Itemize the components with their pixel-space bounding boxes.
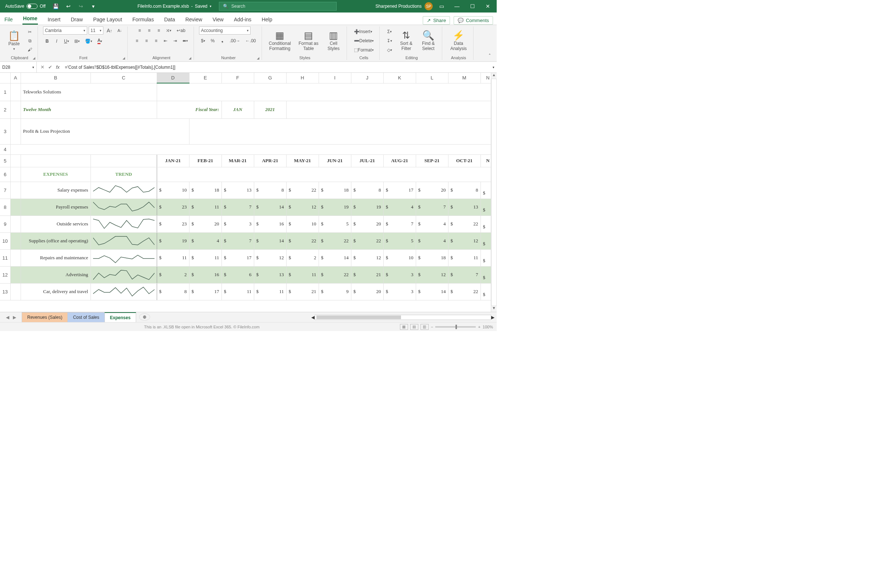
dialog-launcher-icon[interactable]: ◢ [33,56,35,60]
maximize-icon[interactable]: ☐ [466,3,479,9]
zoom-out-icon[interactable]: − [431,325,433,329]
cell[interactable]: $13 [221,182,254,199]
ribbon-display-icon[interactable]: ▭ [435,3,448,9]
cell[interactable]: $20 [351,283,383,300]
search-input[interactable]: 🔍 Search [219,2,336,10]
cell[interactable]: $5 [383,232,416,249]
cell[interactable]: $7 [221,199,254,216]
col-header[interactable]: M [448,73,481,83]
dialog-launcher-icon[interactable]: ◢ [257,56,259,60]
select-all-corner[interactable] [0,73,10,83]
tab-review[interactable]: Review [185,14,203,25]
cell[interactable]: $10 [286,216,318,232]
cell[interactable]: $6 [221,266,254,283]
cell[interactable]: $10 [383,249,416,266]
col-header[interactable]: E [189,73,221,83]
format-cells-button[interactable]: ⬚ Format ▾ [352,46,375,54]
tab-help[interactable]: Help [261,14,273,25]
cell[interactable]: $ [481,249,491,266]
fill-color-button[interactable]: 🪣▾ [83,37,94,45]
cell[interactable]: $ [481,266,491,283]
underline-button[interactable]: U▾ [62,37,71,45]
cell[interactable]: $22 [286,232,318,249]
vertical-scrollbar[interactable]: ▲ ▼ [491,73,497,312]
col-header[interactable]: G [254,73,286,83]
row-header[interactable]: 10 [0,232,10,249]
col-header[interactable]: N [481,73,491,83]
minimize-icon[interactable]: ― [451,3,464,9]
cell[interactable]: $8 [351,182,383,199]
row-header[interactable]: 1 [0,83,10,101]
cell[interactable]: $12 [286,199,318,216]
accounting-format-icon[interactable]: $▾ [199,37,207,45]
col-header[interactable]: K [383,73,416,83]
col-header[interactable]: D [157,73,189,83]
cell[interactable]: $2 [157,266,189,283]
percent-format-icon[interactable]: % [209,37,217,45]
tab-addins[interactable]: Add-ins [233,14,252,25]
tab-page-layout[interactable]: Page Layout [92,14,123,25]
scroll-right-icon[interactable]: ▶ [491,315,494,320]
tab-home[interactable]: Home [23,13,38,25]
cell[interactable]: $3 [383,283,416,300]
bold-button[interactable]: B [43,37,51,45]
cell[interactable]: $9 [318,283,351,300]
cell[interactable]: $18 [189,182,221,199]
italic-button[interactable]: I [53,37,61,45]
cell[interactable]: $22 [448,283,481,300]
increase-indent-icon[interactable]: ⇥ [171,37,179,45]
sort-filter-button[interactable]: ⇅Sort & Filter [397,30,415,51]
document-title[interactable]: FileInfo.com Example.xlsb - Saved ▾ [138,4,212,9]
clear-icon[interactable]: ◇▾ [385,46,394,54]
collapse-ribbon-icon[interactable]: ˄ [486,52,494,60]
cell[interactable]: $21 [351,266,383,283]
cell[interactable]: $3 [221,216,254,232]
sheet-tab-revenues[interactable]: Revenues (Sales) [22,312,68,322]
expand-formula-bar-icon[interactable]: ▾ [490,66,497,69]
increase-font-icon[interactable]: A↑ [105,27,114,34]
row-header[interactable]: 8 [0,199,10,216]
copy-icon[interactable]: ⧉ [26,37,34,45]
cell[interactable]: $ [481,216,491,232]
cell[interactable]: $19 [318,199,351,216]
cell[interactable]: $23 [157,199,189,216]
cell[interactable]: $23 [157,216,189,232]
cell[interactable]: $17 [221,249,254,266]
cell[interactable]: $7 [383,216,416,232]
cell[interactable]: $4 [189,232,221,249]
cell[interactable]: $12 [254,249,286,266]
cell[interactable]: $11 [286,266,318,283]
cell[interactable]: $4 [416,232,448,249]
cell[interactable]: $19 [351,199,383,216]
cell[interactable]: $7 [221,232,254,249]
format-painter-icon[interactable]: 🖌 [26,46,34,54]
scroll-down-icon[interactable]: ▼ [491,306,497,312]
scroll-up-icon[interactable]: ▲ [491,73,497,79]
tab-insert[interactable]: Insert [47,14,61,25]
cell[interactable]: $22 [286,182,318,199]
paste-button[interactable]: 📋 Paste ▾ [5,31,23,51]
page-break-view-icon[interactable]: ▥ [420,324,429,330]
cell[interactable]: $13 [254,266,286,283]
cell[interactable]: $8 [254,182,286,199]
dialog-launcher-icon[interactable]: ◢ [189,56,191,60]
cell[interactable]: $ [481,283,491,300]
enter-formula-icon[interactable]: ✔ [48,64,52,70]
col-header[interactable]: B [21,73,90,83]
normal-view-icon[interactable]: ▦ [400,324,408,330]
cell[interactable]: $14 [416,283,448,300]
decrease-font-icon[interactable]: A↓ [116,27,124,34]
scroll-left-icon[interactable]: ◀ [311,315,315,320]
tab-draw[interactable]: Draw [70,14,84,25]
cell[interactable]: $ [481,199,491,216]
decrease-decimal-icon[interactable]: ←.00 [243,37,258,45]
font-name-select[interactable]: Cambria▾ [43,27,87,34]
comma-format-icon[interactable]: ❟ [218,37,226,45]
cell[interactable]: $20 [351,216,383,232]
col-header[interactable]: L [416,73,448,83]
cell[interactable]: $17 [383,182,416,199]
col-header[interactable]: J [351,73,383,83]
zoom-in-icon[interactable]: + [478,325,480,329]
undo-icon[interactable]: ↩ [63,3,74,9]
align-center-icon[interactable]: ≡ [143,37,150,45]
